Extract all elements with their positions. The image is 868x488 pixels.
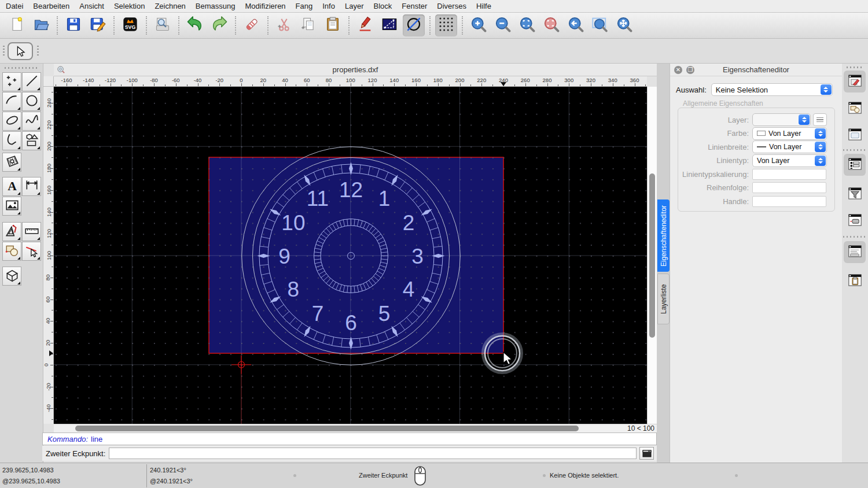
ellipse-tool-button[interactable] xyxy=(2,112,21,131)
modify-tool-button[interactable] xyxy=(2,242,21,261)
zoom-in-button[interactable] xyxy=(468,14,490,36)
grid-toggle-button[interactable] xyxy=(435,14,457,36)
save-button[interactable] xyxy=(62,14,84,36)
zoom-auto-button[interactable] xyxy=(516,14,538,36)
menu-info[interactable]: Info xyxy=(322,2,335,10)
svg-export-button[interactable]: SVG xyxy=(119,14,141,36)
menu-zeichnen[interactable]: Zeichnen xyxy=(155,2,185,10)
points-tool-button[interactable] xyxy=(2,72,21,91)
menu-fang[interactable]: Fang xyxy=(296,2,313,10)
solid-tool-button[interactable] xyxy=(2,267,21,286)
command-line-panel-button[interactable] xyxy=(844,241,866,263)
polyline-tool-button[interactable] xyxy=(2,131,21,150)
library-browser-panel-button[interactable] xyxy=(844,71,866,93)
ruler-tick xyxy=(307,83,307,86)
save-as-button[interactable] xyxy=(87,14,109,36)
linientyp-dropdown[interactable]: Von Layer xyxy=(752,154,827,167)
menu-datei[interactable]: Datei xyxy=(6,2,23,10)
property-editor-panel-button[interactable] xyxy=(844,154,866,176)
open-folder-button[interactable] xyxy=(30,14,52,36)
image-tool-button[interactable] xyxy=(2,197,21,216)
vertical-ruler: 240220200180160140120100806040200-20-40 xyxy=(43,87,54,424)
menu-bemassung[interactable]: Bemassung xyxy=(196,2,236,10)
property-row: Handle: xyxy=(678,195,834,208)
toolbar-drag-handle[interactable] xyxy=(37,46,39,57)
toolbar-separator xyxy=(146,16,147,35)
zoom-selection-button[interactable] xyxy=(540,14,562,36)
menu-fenster[interactable]: Fenster xyxy=(402,2,427,10)
property-row: Linienbreite: Von Layer xyxy=(678,141,834,153)
menu-modifizieren[interactable]: Modifizieren xyxy=(245,2,286,10)
linienbreite-dropdown[interactable]: Von Layer xyxy=(752,141,827,153)
measure-tool-button[interactable] xyxy=(22,222,41,241)
cut-button[interactable] xyxy=(273,14,295,36)
menu-layer[interactable]: Layer xyxy=(345,2,364,10)
zoom-out-button[interactable] xyxy=(492,14,514,36)
tab-layerliste[interactable]: Layerliste xyxy=(657,273,670,324)
horizontal-scrollbar-thumb[interactable] xyxy=(75,426,579,431)
layer-menu-button[interactable] xyxy=(813,113,827,126)
ruler-label: 20 xyxy=(45,340,51,346)
cad-toolbar-row xyxy=(0,39,868,64)
print-preview-button[interactable] xyxy=(152,14,174,36)
hatch-tool-button[interactable] xyxy=(2,153,21,172)
line-tool-button[interactable] xyxy=(22,72,41,91)
menu-block[interactable]: Block xyxy=(373,2,392,10)
arc-tool-button[interactable] xyxy=(2,92,21,111)
selection-arrow-button[interactable] xyxy=(8,42,33,60)
spline-tool-button[interactable] xyxy=(22,112,41,131)
zoom-previous-button[interactable] xyxy=(565,14,587,36)
menu-selektion[interactable]: Selektion xyxy=(114,2,145,10)
drafting-tool-button[interactable] xyxy=(2,222,21,241)
zoom-window-button[interactable] xyxy=(589,14,611,36)
block-list-panel-button[interactable] xyxy=(846,100,863,117)
reihenfolge-field[interactable] xyxy=(752,182,826,193)
vertical-scrollbar[interactable] xyxy=(647,87,657,424)
dropdown-arrows-icon xyxy=(815,142,826,152)
ruler-tick xyxy=(56,84,56,86)
view-list-panel-button[interactable] xyxy=(846,127,863,144)
tab-eigenschafteneditor[interactable]: Eigenschafteneditor xyxy=(657,199,670,272)
shapes-tool-button[interactable] xyxy=(22,131,41,150)
command-input[interactable] xyxy=(109,448,637,459)
linientypskalierung-field[interactable] xyxy=(752,169,826,180)
strip-separator xyxy=(843,149,866,151)
tool-options-panel-button[interactable] xyxy=(846,212,863,230)
command-line-toggle-button[interactable] xyxy=(639,447,654,460)
toolbar-drag-handle[interactable] xyxy=(3,46,5,57)
ruler-tick xyxy=(52,267,53,267)
document-titlebar[interactable]: properties.dxf xyxy=(54,64,657,76)
edit-pencil-button[interactable] xyxy=(354,14,376,36)
redo-button[interactable] xyxy=(208,14,230,36)
circle-tool-button[interactable] xyxy=(22,92,41,111)
menu-hilfe[interactable]: Hilfe xyxy=(476,2,491,10)
status-dot xyxy=(543,474,546,477)
vertical-scrollbar-thumb[interactable] xyxy=(649,173,655,338)
ortho-circle-button[interactable] xyxy=(403,14,425,36)
palette-drag-handle[interactable] xyxy=(5,67,38,69)
strip-drag-handle[interactable] xyxy=(847,66,863,68)
layer-dropdown[interactable] xyxy=(752,113,811,126)
menu-diverses[interactable]: Diverses xyxy=(437,2,466,10)
view-list-panel-icon xyxy=(847,127,863,145)
eraser-button[interactable] xyxy=(241,14,263,36)
horizontal-scrollbar[interactable]: 10 < 100 xyxy=(54,424,657,432)
trim-tool-button[interactable] xyxy=(22,242,41,261)
clipboard-panel-button[interactable] xyxy=(846,272,863,290)
undo-button[interactable] xyxy=(184,14,206,36)
menu-ansicht[interactable]: Ansicht xyxy=(79,2,104,10)
scale-rect-button[interactable] xyxy=(378,14,400,36)
selection-dropdown[interactable]: Keine Selektion xyxy=(711,83,833,96)
drawing-canvas[interactable]: 121234567891011 xyxy=(54,87,647,424)
svg-text:9: 9 xyxy=(278,245,290,268)
selection-filter-panel-button[interactable] xyxy=(846,186,863,203)
dimension-tool-button[interactable] xyxy=(22,177,41,196)
farbe-dropdown[interactable]: Von Layer xyxy=(752,127,827,140)
menu-bearbeiten[interactable]: Bearbeiten xyxy=(33,2,69,10)
text-tool-button[interactable]: A xyxy=(2,177,21,196)
paste-button[interactable] xyxy=(322,14,344,36)
zoom-pan-button[interactable] xyxy=(613,14,635,36)
new-file-button[interactable] xyxy=(6,14,28,36)
copy-button[interactable] xyxy=(297,14,319,36)
handle-field[interactable] xyxy=(752,196,826,207)
